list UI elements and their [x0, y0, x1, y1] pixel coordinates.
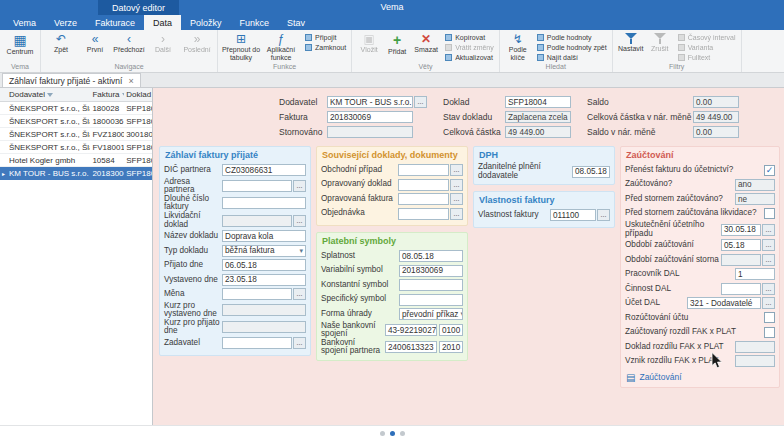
- tab-zahlavi-faktury-prijate[interactable]: Záhlaví faktury přijaté - aktivní ×: [2, 73, 141, 87]
- rozdil-fak-plat-checkbox[interactable]: [764, 327, 775, 338]
- menu-stav[interactable]: Stav: [278, 15, 314, 30]
- ucet-dal-browse-button[interactable]: ...: [762, 297, 775, 309]
- dodavatel-browse-button[interactable]: ...: [414, 96, 427, 108]
- opravovany-doklad-browse-button[interactable]: ...: [450, 179, 463, 191]
- zauctovani-link[interactable]: Zaúčtování: [639, 372, 681, 382]
- set-filter-button[interactable]: Nastavit: [616, 31, 646, 53]
- pred-stornem-likvidace-checkbox[interactable]: [764, 208, 775, 219]
- menu-verze[interactable]: Verze: [45, 15, 86, 30]
- tab-close-icon[interactable]: ×: [128, 76, 133, 86]
- obdobi-zauctovani-input[interactable]: 05.18: [721, 239, 761, 251]
- doklad-input[interactable]: SFP18004: [505, 96, 571, 108]
- splatnost-input[interactable]: 08.05.18: [399, 250, 463, 262]
- forma-uhrady-select[interactable]: převodní příkaz▾: [399, 308, 463, 320]
- column-header-doklad[interactable]: Doklad: [124, 88, 152, 101]
- zadavatel-input[interactable]: [222, 337, 292, 349]
- application-functions-button[interactable]: ƒ Aplikační funkce: [261, 31, 301, 62]
- variabilni-symbol-input[interactable]: 201830069: [399, 265, 463, 277]
- obdobi-browse-button[interactable]: ...: [762, 239, 775, 251]
- obdobi-storna-input[interactable]: [721, 254, 761, 266]
- previous-record-button[interactable]: ‹ Předchozí: [112, 31, 146, 54]
- cinnost-dal-input[interactable]: [721, 283, 761, 295]
- time-interval-filter-button[interactable]: Časový interval: [678, 33, 736, 42]
- clear-filter-button[interactable]: Zrušit: [646, 31, 674, 53]
- page-dot-2-active[interactable]: [390, 431, 395, 436]
- prenest-checkbox[interactable]: ✓: [764, 165, 775, 176]
- lock-button[interactable]: Zamknout: [305, 43, 346, 52]
- spojeni-partnera-banka-input[interactable]: 2010: [439, 341, 463, 353]
- vlastnost-faktury-input[interactable]: 011100: [550, 209, 596, 221]
- faktura-input[interactable]: 201830069: [327, 111, 413, 123]
- zdanitelne-plneni-input[interactable]: 08.05.18: [572, 166, 610, 178]
- prijato-dne-input[interactable]: 06.05.18: [222, 259, 306, 271]
- nazev-dokladu-input[interactable]: Doprava kola: [222, 230, 306, 242]
- copy-button[interactable]: Kopírovat: [445, 33, 494, 42]
- doklad-rozdilu-input[interactable]: [735, 341, 775, 353]
- search-by-value-button[interactable]: Podle hodnoty: [537, 33, 607, 42]
- kurz-vystaveno-input[interactable]: [222, 304, 306, 316]
- obchodni-pripad-browse-button[interactable]: ...: [450, 164, 463, 176]
- nase-spojeni-ucet-input[interactable]: 43-922190277: [385, 324, 437, 336]
- uskutecneni-input[interactable]: 30.05.18: [721, 224, 761, 236]
- menu-funkce[interactable]: Funkce: [231, 15, 279, 30]
- undo-changes-button[interactable]: Vrátit změny: [445, 43, 494, 52]
- konstantni-symbol-input[interactable]: [399, 279, 463, 291]
- variant-filter-button[interactable]: Varianta: [678, 43, 736, 52]
- stornovano-input[interactable]: [327, 126, 413, 138]
- back-button[interactable]: ↶ Zpět: [44, 31, 78, 54]
- objednavka-input[interactable]: [398, 208, 449, 220]
- column-filter-icon[interactable]: [47, 93, 53, 97]
- obchodni-pripad-input[interactable]: [398, 164, 449, 176]
- dodavatel-input[interactable]: KM TOUR - BUS s.r.o.: [327, 96, 413, 108]
- spojeni-partnera-ucet-input[interactable]: 2400613323: [385, 341, 437, 353]
- page-dot-1[interactable]: [380, 431, 385, 436]
- next-record-button[interactable]: › Další: [146, 31, 180, 54]
- opravovana-faktura-input[interactable]: [398, 193, 449, 205]
- rozuctovani-checkbox[interactable]: [764, 312, 775, 323]
- switch-to-table-button[interactable]: ⊞ Přepnout do tabulky: [221, 31, 261, 62]
- dic-partnera-input[interactable]: CZ03086631: [222, 164, 306, 176]
- last-record-button[interactable]: » Poslední: [180, 31, 214, 54]
- menu-polozky[interactable]: Položky: [181, 15, 231, 30]
- app-tab-datovy-editor[interactable]: Datový editor: [98, 0, 179, 15]
- centrum-button[interactable]: ▦ Centrum: [3, 31, 37, 56]
- refresh-button[interactable]: Aktualizovat: [445, 53, 494, 62]
- table-row[interactable]: ŠNEKSPORT s.r.o., Šlapanice FV1800117 SF…: [0, 141, 152, 154]
- specificky-symbol-input[interactable]: [399, 294, 463, 306]
- opravovana-faktura-browse-button[interactable]: ...: [450, 193, 463, 205]
- search-by-value-back-button[interactable]: Podle hodnoty zpět: [537, 43, 607, 52]
- mena-browse-button[interactable]: ...: [293, 288, 306, 300]
- typ-dokladu-select[interactable]: běžná faktura▾: [222, 245, 306, 257]
- adresa-browse-button[interactable]: ...: [293, 180, 306, 192]
- table-row[interactable]: ŠNEKSPORT s.r.o., Šlapanice FVZ180080 30…: [0, 128, 152, 141]
- uskutecneni-browse-button[interactable]: ...: [762, 224, 775, 236]
- vlastnost-browse-button[interactable]: ...: [597, 209, 610, 221]
- mena-input[interactable]: [222, 288, 292, 300]
- delete-record-button[interactable]: ✕ Smazat: [411, 31, 441, 54]
- menu-vema[interactable]: Vema: [4, 15, 45, 30]
- zadavatel-browse-button[interactable]: ...: [293, 337, 306, 349]
- ucet-dal-input[interactable]: 321 - Dodavatelé: [687, 297, 761, 309]
- obdobi-storna-browse-button[interactable]: ...: [762, 254, 775, 266]
- first-record-button[interactable]: « První: [78, 31, 112, 54]
- menu-data[interactable]: Data: [144, 15, 181, 30]
- page-dot-3[interactable]: [400, 431, 405, 436]
- table-row[interactable]: ŠNEKSPORT s.r.o., Šlapanice 180028 SFP18…: [0, 102, 152, 115]
- opravovany-doklad-input[interactable]: [398, 179, 449, 191]
- add-record-button[interactable]: + Přidat: [383, 31, 411, 56]
- table-row-selected[interactable]: ▸ KM TOUR - BUS s.r.o. 201830069 SFP1800…: [0, 167, 152, 180]
- menu-fakturace[interactable]: Fakturace: [86, 15, 144, 30]
- insert-record-button[interactable]: ▣ Vložit: [355, 31, 383, 54]
- vystaveno-dne-input[interactable]: 23.05.18: [222, 274, 306, 286]
- column-header-faktura[interactable]: Faktura: [90, 88, 124, 101]
- column-header-dodavatel[interactable]: Dodavatel: [7, 88, 90, 101]
- attach-button[interactable]: Připojit: [305, 33, 346, 42]
- kurz-prijato-input[interactable]: [222, 321, 306, 333]
- objednavka-browse-button[interactable]: ...: [450, 208, 463, 220]
- adresa-partnera-input[interactable]: [222, 180, 292, 192]
- table-row[interactable]: Hotel Kogler gmbh 10584 SFP18005: [0, 154, 152, 167]
- pracovnik-dal-input[interactable]: 1: [735, 268, 775, 280]
- find-next-button[interactable]: Najít další: [537, 53, 607, 62]
- nase-spojeni-banka-input[interactable]: 0100: [439, 324, 463, 336]
- vznik-rozdilu-input[interactable]: [735, 355, 775, 367]
